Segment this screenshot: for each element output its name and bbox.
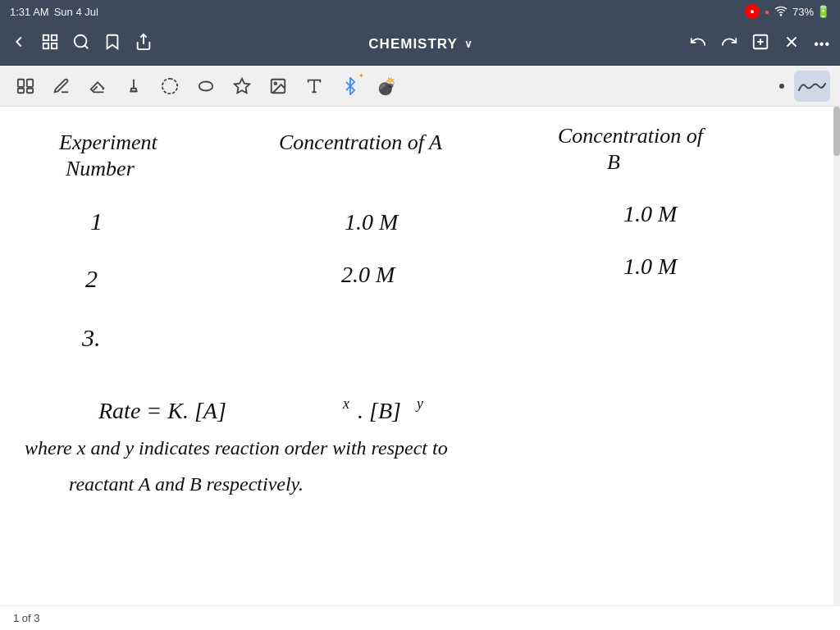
- battery-display: 73% 🔋: [792, 5, 830, 18]
- where-line: where x and y indicates reaction order w…: [25, 437, 448, 459]
- bluetooth-tool[interactable]: ✦: [335, 71, 366, 102]
- header-experiment: Experiment: [58, 130, 158, 154]
- status-left: 1:31 AM Sun 4 Jul: [10, 6, 98, 18]
- toolbar-center: CHEMISTRY ∨: [368, 36, 473, 52]
- highlighter-tool[interactable]: [118, 71, 149, 102]
- signal-dot: ●: [765, 7, 769, 16]
- row1-conc-a: 1.0 M: [345, 209, 399, 235]
- add-button[interactable]: [751, 33, 769, 55]
- formula-x-exp: x: [342, 395, 349, 412]
- wifi-icon: [774, 4, 788, 20]
- formula-y-exp: y: [415, 395, 423, 412]
- scrollbar-thumb[interactable]: [833, 107, 840, 156]
- svg-rect-15: [18, 88, 24, 93]
- svg-rect-19: [162, 78, 177, 93]
- back-button[interactable]: [10, 33, 28, 55]
- time-display: 1:31 AM: [10, 6, 49, 18]
- lasso-tool[interactable]: [190, 71, 221, 102]
- svg-point-5: [75, 35, 87, 48]
- svg-rect-13: [18, 79, 24, 86]
- status-bar: 1:31 AM Sun 4 Jul ● ● 73% 🔋: [0, 0, 840, 23]
- battery-icon: 🔋: [816, 5, 830, 18]
- svg-rect-3: [43, 43, 48, 48]
- bomb-tool[interactable]: 💣: [371, 71, 402, 102]
- page-info: 1 of 3: [13, 612, 40, 624]
- row1-number: 1: [90, 208, 103, 235]
- header-conc-a: Concentration of A: [279, 130, 442, 154]
- redo-button[interactable]: [720, 33, 738, 55]
- undo-button[interactable]: [689, 33, 707, 55]
- star-tool[interactable]: [226, 71, 258, 102]
- title-chevron[interactable]: ∨: [464, 38, 473, 50]
- row3-number: 3.: [81, 324, 101, 351]
- selection-tool[interactable]: [154, 71, 185, 102]
- header-number: Number: [65, 157, 135, 180]
- svg-rect-16: [27, 88, 33, 93]
- search-button[interactable]: [72, 33, 90, 55]
- formula-dot: . [B]: [358, 398, 401, 423]
- pages-tool[interactable]: [10, 71, 41, 102]
- record-dot: ●: [745, 4, 760, 19]
- row1-conc-b: 1.0 M: [623, 201, 678, 226]
- toolbar-right: •••: [689, 33, 830, 55]
- grid-view-button[interactable]: [41, 33, 59, 55]
- pencil-tool[interactable]: [46, 71, 77, 102]
- row2-conc-b: 1.0 M: [623, 253, 678, 279]
- reactant-line: reactant A and B respectively.: [69, 473, 304, 495]
- image-tool[interactable]: [262, 71, 294, 102]
- header-conc-b-line1: Concentration of: [558, 124, 706, 148]
- top-toolbar: CHEMISTRY ∨ •••: [0, 23, 840, 66]
- svg-marker-21: [235, 78, 249, 92]
- close-button[interactable]: [783, 33, 801, 55]
- svg-rect-14: [27, 79, 33, 86]
- squiggle-tool[interactable]: [794, 71, 830, 102]
- record-indicator: ●: [745, 4, 760, 19]
- svg-point-0: [780, 14, 781, 15]
- more-options-button[interactable]: •••: [814, 37, 830, 52]
- status-right: ● ● 73% 🔋: [745, 4, 830, 20]
- toolbar-left: [10, 33, 153, 55]
- svg-rect-1: [43, 35, 48, 40]
- svg-point-23: [274, 82, 276, 84]
- svg-point-20: [199, 81, 213, 90]
- document-title: CHEMISTRY: [368, 36, 458, 52]
- row2-number: 2: [85, 265, 98, 292]
- row2-conc-a: 2.0 M: [341, 262, 396, 287]
- page-content: Experiment Number Concentration of A Con…: [0, 107, 840, 605]
- text-tool[interactable]: [299, 71, 330, 102]
- eraser-tool[interactable]: [82, 71, 113, 102]
- bookmark-button[interactable]: [103, 33, 121, 55]
- handwritten-content: Experiment Number Concentration of A Con…: [0, 107, 833, 589]
- dot-indicator: [779, 84, 784, 89]
- drawing-toolbar: ✦ 💣: [0, 66, 840, 107]
- battery-percentage: 73%: [792, 6, 814, 18]
- svg-rect-4: [52, 43, 57, 48]
- share-button[interactable]: [135, 33, 153, 55]
- header-conc-b-line2: B: [607, 150, 620, 174]
- formula-rate-label: Rate = K. [A]: [98, 398, 226, 423]
- bottom-bar: 1 of 3: [0, 605, 840, 630]
- content-area: Experiment Number Concentration of A Con…: [0, 107, 840, 605]
- scrollbar[interactable]: [833, 107, 840, 605]
- date-display: Sun 4 Jul: [54, 6, 98, 18]
- svg-line-6: [84, 45, 88, 48]
- svg-rect-2: [52, 35, 57, 40]
